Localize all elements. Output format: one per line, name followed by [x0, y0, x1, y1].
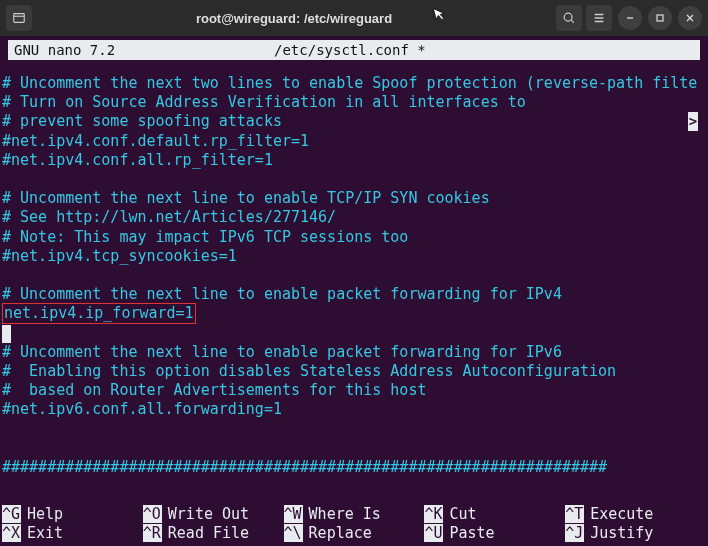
- close-button[interactable]: [678, 6, 702, 30]
- minimize-icon: [625, 13, 635, 23]
- line-overflow-indicator: >: [688, 112, 698, 131]
- editor-line: # prevent some spoofing attacks: [2, 112, 706, 131]
- editor-line: # Uncomment the next line to enable pack…: [2, 343, 706, 362]
- shortcut-label: Paste: [449, 524, 494, 542]
- shortcut-label: Replace: [309, 524, 372, 542]
- shortcut-key: ^K: [424, 505, 443, 523]
- shortcut-label: Help: [27, 505, 63, 523]
- terminal-area[interactable]: GNU nano 7.2 /etc/sysctl.conf * > # Unco…: [0, 36, 708, 546]
- nano-shortcut-bar: ^GHelp^OWrite Out^WWhere Is^KCut^TExecut…: [0, 504, 708, 542]
- maximize-button[interactable]: [648, 6, 672, 30]
- shortcut-label: Exit: [27, 524, 63, 542]
- editor-line: #net.ipv4.conf.default.rp_filter=1: [2, 132, 706, 151]
- editor-line: [2, 439, 706, 458]
- shortcut-key: ^X: [2, 524, 21, 542]
- nano-header: GNU nano 7.2 /etc/sysctl.conf *: [8, 40, 700, 60]
- svg-rect-2: [657, 15, 663, 21]
- editor-line: [2, 170, 706, 189]
- shortcut-item: ^RRead File: [143, 523, 284, 542]
- hamburger-icon: [592, 11, 606, 25]
- close-icon: [685, 13, 695, 23]
- shortcut-label: Execute: [590, 505, 653, 523]
- new-tab-button[interactable]: [6, 5, 32, 31]
- editor-line: # See http://lwn.net/Articles/277146/: [2, 208, 706, 227]
- svg-point-1: [564, 13, 572, 21]
- editor-line: # based on Router Advertisements for thi…: [2, 381, 706, 400]
- shortcut-label: Justify: [590, 524, 653, 542]
- editor-line: [2, 323, 706, 342]
- shortcut-item: ^\Replace: [284, 523, 425, 542]
- window-titlebar: root@wireguard: /etc/wireguard: [0, 0, 708, 36]
- shortcut-label: Cut: [449, 505, 476, 523]
- search-icon: [562, 11, 576, 25]
- editor-line: #net.ipv4.tcp_syncookies=1: [2, 247, 706, 266]
- minimize-button[interactable]: [618, 6, 642, 30]
- shortcut-item: ^TExecute: [565, 504, 706, 523]
- shortcut-item: ^XExit: [2, 523, 143, 542]
- shortcut-key: ^T: [565, 505, 584, 523]
- shortcut-key: ^R: [143, 524, 162, 542]
- menu-button[interactable]: [586, 5, 612, 31]
- editor-line: # Note: This may impact IPv6 TCP session…: [2, 228, 706, 247]
- shortcut-label: Read File: [168, 524, 249, 542]
- editor-line: #net.ipv6.conf.all.forwarding=1: [2, 400, 706, 419]
- search-button[interactable]: [556, 5, 582, 31]
- editor-line: ########################################…: [2, 458, 706, 477]
- editor-line: # Uncomment the next line to enable TCP/…: [2, 189, 706, 208]
- shortcut-key: ^J: [565, 524, 584, 542]
- shortcut-key: ^\: [284, 524, 303, 542]
- editor-line: # Uncomment the next line to enable pack…: [2, 285, 706, 304]
- shortcut-key: ^U: [424, 524, 443, 542]
- shortcut-item: ^GHelp: [2, 504, 143, 523]
- editor-line: # Uncomment the next two lines to enable…: [2, 74, 706, 93]
- highlighted-line: net.ipv4.ip_forward=1: [2, 303, 196, 324]
- nano-filename: /etc/sysctl.conf *: [274, 42, 694, 58]
- shortcut-label: Where Is: [309, 505, 381, 523]
- text-cursor: [2, 325, 11, 343]
- shortcut-item: ^UPaste: [424, 523, 565, 542]
- window-title: root@wireguard: /etc/wireguard: [38, 11, 550, 26]
- shortcut-key: ^G: [2, 505, 21, 523]
- shortcut-key: ^W: [284, 505, 303, 523]
- editor-line: [2, 419, 706, 438]
- shortcut-item: ^OWrite Out: [143, 504, 284, 523]
- svg-rect-0: [14, 14, 25, 23]
- shortcut-key: ^O: [143, 505, 162, 523]
- shortcut-label: Write Out: [168, 505, 249, 523]
- editor-line: #net.ipv4.conf.all.rp_filter=1: [2, 151, 706, 170]
- shortcut-item: ^JJustify: [565, 523, 706, 542]
- editor-line: net.ipv4.ip_forward=1: [2, 304, 706, 323]
- editor-line: # Turn on Source Address Verification in…: [2, 93, 706, 112]
- nano-version-label: GNU nano 7.2: [14, 42, 274, 58]
- shortcut-item: ^WWhere Is: [284, 504, 425, 523]
- shortcut-item: ^KCut: [424, 504, 565, 523]
- editor-line: [2, 266, 706, 285]
- editor-line: # Enabling this option disables Stateles…: [2, 362, 706, 381]
- maximize-icon: [655, 13, 665, 23]
- editor-content[interactable]: # Uncomment the next two lines to enable…: [2, 60, 706, 477]
- terminal-tab-icon: [12, 11, 26, 25]
